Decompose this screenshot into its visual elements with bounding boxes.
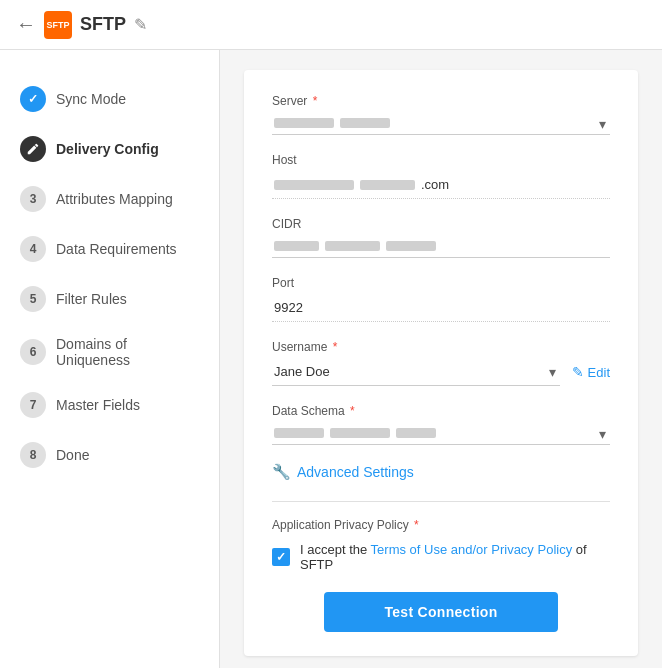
host-domain: .com (421, 177, 449, 192)
privacy-policy-label: Application Privacy Policy * (272, 518, 610, 532)
sidebar-item-attributes-mapping[interactable]: 3 Attributes Mapping (0, 174, 219, 224)
host-input-display[interactable]: .com (272, 171, 610, 199)
sidebar-item-data-requirements[interactable]: 4 Data Requirements (0, 224, 219, 274)
schema-blur-1 (274, 428, 324, 438)
domains-uniqueness-badge: 6 (20, 339, 46, 365)
sync-mode-badge: ✓ (20, 86, 46, 112)
form-card: Server * Host .com (244, 70, 638, 656)
schema-blur-2 (330, 428, 390, 438)
back-button[interactable]: ← (16, 13, 36, 36)
sidebar-item-domains-uniqueness[interactable]: 6 Domains of Uniqueness (0, 324, 219, 380)
data-schema-blurred-display (272, 422, 610, 445)
sidebar-item-filter-rules-label: Filter Rules (56, 291, 127, 307)
server-select-wrapper (272, 112, 610, 135)
server-blur-2 (340, 118, 390, 128)
sidebar-item-data-requirements-label: Data Requirements (56, 241, 177, 257)
username-row: Jane Doe ✎ Edit (272, 358, 610, 386)
port-field-group: Port (272, 276, 610, 322)
server-blurred-display (272, 112, 610, 135)
sidebar-item-master-fields-label: Master Fields (56, 397, 140, 413)
cidr-blur-3 (386, 241, 436, 251)
sidebar: ✓ Sync Mode Delivery Config 3 Attributes… (0, 50, 220, 668)
port-input[interactable] (272, 294, 610, 322)
app-icon-label: SFTP (46, 20, 69, 30)
sidebar-item-domains-uniqueness-label: Domains of Uniqueness (56, 336, 199, 368)
advanced-settings-toggle[interactable]: 🔧 Advanced Settings (272, 463, 610, 481)
username-field-group: Username * Jane Doe ✎ Edit (272, 340, 610, 386)
page-title: SFTP (80, 14, 126, 35)
main-layout: ✓ Sync Mode Delivery Config 3 Attributes… (0, 50, 662, 668)
host-blur-1 (274, 180, 354, 190)
privacy-checkbox[interactable] (272, 548, 290, 566)
username-label: Username * (272, 340, 610, 354)
privacy-policy-link[interactable]: Terms of Use and/or Privacy Policy (371, 542, 573, 557)
sidebar-item-sync-mode[interactable]: ✓ Sync Mode (0, 74, 219, 124)
host-field-group: Host .com (272, 153, 610, 199)
app-icon: SFTP (44, 11, 72, 39)
sidebar-item-delivery-config-label: Delivery Config (56, 141, 159, 157)
schema-blur-3 (396, 428, 436, 438)
title-edit-icon[interactable]: ✎ (134, 15, 147, 34)
done-badge: 8 (20, 442, 46, 468)
sidebar-item-delivery-config[interactable]: Delivery Config (0, 124, 219, 174)
app-header: ← SFTP SFTP ✎ (0, 0, 662, 50)
host-label: Host (272, 153, 610, 167)
username-select-wrapper: Jane Doe (272, 358, 560, 386)
port-label: Port (272, 276, 610, 290)
privacy-section: Application Privacy Policy * I accept th… (272, 501, 610, 572)
cidr-blur-1 (274, 241, 319, 251)
server-label: Server * (272, 94, 610, 108)
cidr-label: CIDR (272, 217, 610, 231)
delivery-config-badge (20, 136, 46, 162)
master-fields-badge: 7 (20, 392, 46, 418)
data-schema-field-group: Data Schema * (272, 404, 610, 445)
privacy-checkbox-row: I accept the Terms of Use and/or Privacy… (272, 542, 610, 572)
cidr-blur-2 (325, 241, 380, 251)
edit-button[interactable]: ✎ Edit (572, 364, 610, 380)
sidebar-item-master-fields[interactable]: 7 Master Fields (0, 380, 219, 430)
edit-pencil-icon: ✎ (572, 364, 584, 380)
attributes-mapping-badge: 3 (20, 186, 46, 212)
server-blur-1 (274, 118, 334, 128)
sidebar-item-done-label: Done (56, 447, 89, 463)
username-select[interactable]: Jane Doe (272, 358, 560, 386)
cidr-input-display[interactable] (272, 235, 610, 258)
sidebar-item-filter-rules[interactable]: 5 Filter Rules (0, 274, 219, 324)
sidebar-item-done[interactable]: 8 Done (0, 430, 219, 480)
server-field-group: Server * (272, 94, 610, 135)
sidebar-item-sync-mode-label: Sync Mode (56, 91, 126, 107)
privacy-text: I accept the Terms of Use and/or Privacy… (300, 542, 610, 572)
test-connection-wrapper: Test Connection (272, 592, 610, 632)
host-blur-2 (360, 180, 415, 190)
test-connection-button[interactable]: Test Connection (324, 592, 557, 632)
advanced-settings-label: Advanced Settings (297, 464, 414, 480)
filter-rules-badge: 5 (20, 286, 46, 312)
data-requirements-badge: 4 (20, 236, 46, 262)
cidr-field-group: CIDR (272, 217, 610, 258)
content-area: Server * Host .com (220, 50, 662, 668)
data-schema-select-wrapper (272, 422, 610, 445)
wrench-icon: 🔧 (272, 463, 291, 481)
data-schema-label: Data Schema * (272, 404, 610, 418)
sidebar-item-attributes-mapping-label: Attributes Mapping (56, 191, 173, 207)
